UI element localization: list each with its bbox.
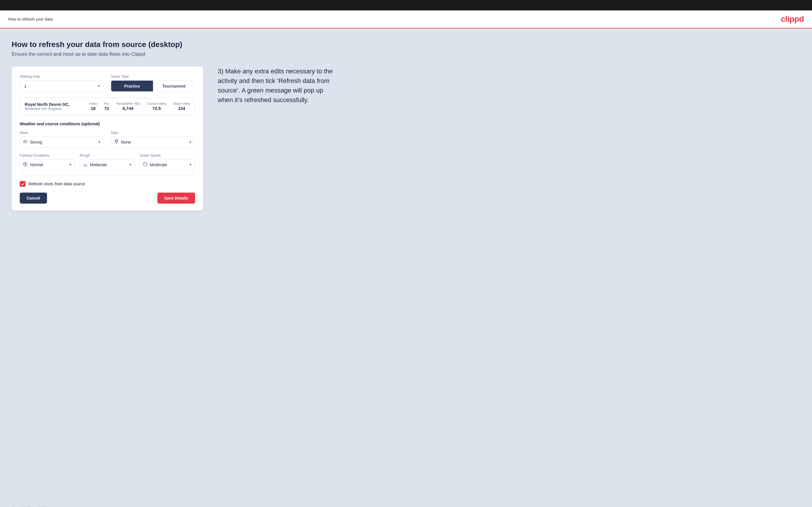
par-label: Par	[104, 102, 109, 105]
yards-label: Yards/White (M))	[116, 102, 140, 105]
wind-field: Wind Strong Light Moderate None	[20, 131, 104, 148]
action-row: Cancel Save Details	[20, 192, 195, 204]
par-value: 72	[104, 106, 109, 111]
fairway-label: Fairway Conditions	[20, 154, 75, 158]
weather-row: Wind Strong Light Moderate None	[20, 131, 195, 148]
rough-label: Rough	[80, 154, 135, 158]
game-type-label: Game Type	[111, 74, 195, 78]
slope-rating-label: Slope rating	[173, 102, 190, 105]
starting-hole-label: Starting Hole	[20, 74, 104, 78]
fairway-field: Fairway Conditions Normal Soft Hard	[20, 154, 75, 170]
starting-hole-field: Starting Hole 1 ▼	[20, 74, 104, 92]
rain-label: Rain	[111, 131, 195, 135]
save-button[interactable]: Save Details	[157, 192, 195, 204]
main-content: How to refresh your data from source (de…	[0, 29, 812, 501]
rough-dropdown-wrapper: Moderate Light Heavy ▼	[80, 159, 135, 170]
logo: clippd	[781, 14, 804, 24]
game-type-toggle: Practice Tournament	[111, 80, 195, 92]
starting-hole-select[interactable]: 1	[20, 80, 104, 92]
page-heading: How to refresh your data from source (de…	[12, 40, 800, 49]
fairway-dropdown-wrapper: Normal Soft Hard ▼	[20, 159, 75, 170]
main-card: Starting Hole 1 ▼ Game Type Practice Tou…	[12, 66, 203, 211]
course-rating-label: Course rating	[147, 102, 166, 105]
game-type-field: Game Type Practice Tournament	[111, 74, 195, 92]
content-row: Starting Hole 1 ▼ Game Type Practice Tou…	[12, 66, 800, 211]
rain-field: Rain None Light Heavy ▼	[111, 131, 195, 148]
slope-rating-stat: Slope rating 134	[173, 102, 190, 111]
rough-select[interactable]: Moderate Light Heavy	[80, 159, 135, 170]
wind-dropdown-wrapper: Strong Light Moderate None ▼	[20, 136, 104, 148]
page-subheading: Ensure the correct and most up to date d…	[12, 51, 800, 57]
practice-button[interactable]: Practice	[111, 80, 153, 91]
conditions-heading: Weather and course conditions (optional)	[20, 121, 195, 126]
refresh-checkbox-row: Refresh shots from data source	[20, 181, 195, 187]
holes-label: Holes	[89, 102, 97, 105]
rain-dropdown-wrapper: None Light Heavy ▼	[111, 136, 195, 148]
course-row: Royal North Devon GC, Westward Ho!, Engl…	[20, 98, 195, 115]
divider	[20, 175, 195, 176]
green-speed-label: Green Speed	[140, 154, 195, 158]
course-info: Royal North Devon GC, Westward Ho!, Engl…	[25, 102, 89, 111]
rain-select[interactable]: None Light Heavy	[111, 136, 195, 148]
top-bar	[0, 0, 812, 10]
course-location: Westward Ho!, England	[25, 107, 89, 111]
conditions-row: Fairway Conditions Normal Soft Hard	[20, 154, 195, 170]
starting-hole-select-wrapper: 1 ▼	[20, 80, 104, 92]
instruction-panel: 3) Make any extra edits necessary to the…	[218, 66, 334, 105]
cancel-button[interactable]: Cancel	[20, 192, 47, 204]
footer: Copyright Clippd 2022	[0, 501, 812, 507]
course-rating-value: 72.5	[147, 106, 166, 111]
yards-value: 6,744	[116, 106, 140, 111]
fairway-select[interactable]: Normal Soft Hard	[20, 159, 75, 170]
refresh-checkbox-label: Refresh shots from data source	[29, 181, 85, 186]
wind-select[interactable]: Strong Light Moderate None	[20, 136, 104, 148]
wind-label: Wind	[20, 131, 104, 135]
slope-rating-value: 134	[173, 106, 190, 111]
header-title: How to refresh your data	[8, 17, 53, 21]
green-speed-field: Green Speed Moderate Slow Fast ▼	[140, 154, 195, 170]
top-fields-row: Starting Hole 1 ▼ Game Type Practice Tou…	[20, 74, 195, 92]
yards-stat: Yards/White (M)) 6,744	[116, 102, 140, 111]
green-speed-select[interactable]: Moderate Slow Fast	[140, 159, 195, 170]
course-name: Royal North Devon GC,	[25, 102, 89, 107]
green-speed-dropdown-wrapper: Moderate Slow Fast ▼	[140, 159, 195, 170]
instruction-text: 3) Make any extra edits necessary to the…	[218, 66, 334, 105]
holes-value: 18	[89, 106, 97, 111]
course-stats: Holes 18 Par 72 Yards/White (M)) 6,744	[89, 102, 190, 111]
par-stat: Par 72	[104, 102, 109, 111]
refresh-checkbox[interactable]	[20, 181, 26, 187]
course-table: Royal North Devon GC, Westward Ho!, Engl…	[20, 98, 195, 115]
rough-field: Rough Moderate Light Heavy ▼	[80, 154, 135, 170]
holes-stat: Holes 18	[89, 102, 97, 111]
course-rating-stat: Course rating 72.5	[147, 102, 166, 111]
header: How to refresh your data clippd	[0, 10, 812, 29]
tournament-button[interactable]: Tournament	[153, 80, 195, 91]
